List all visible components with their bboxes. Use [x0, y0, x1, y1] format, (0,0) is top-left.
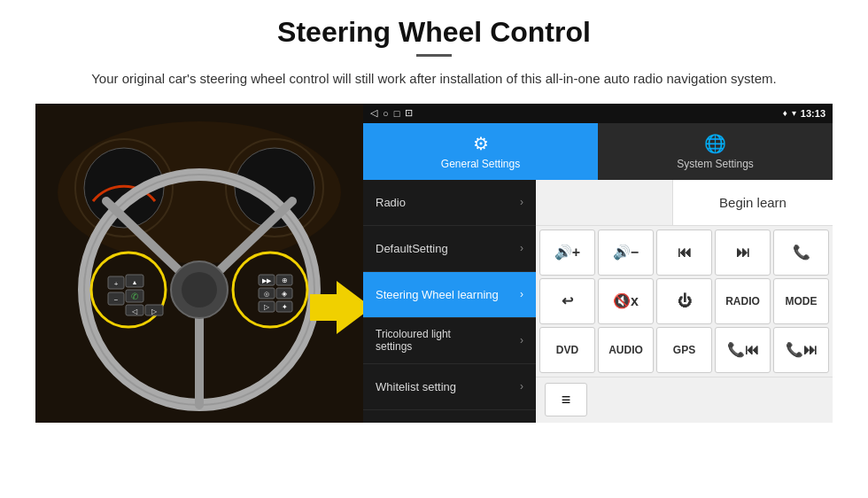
controls-grid: 🔊+ 🔊− ⏮ ⏭ 📞 — [536, 226, 833, 377]
title-divider — [416, 54, 452, 57]
prev-track-button[interactable]: ⏮ — [656, 230, 712, 276]
menu-item-tricoloured[interactable]: Tricoloured lightsettings › — [363, 318, 536, 364]
signal-icon: ▾ — [792, 108, 796, 118]
begin-learn-button[interactable]: Begin learn — [673, 180, 833, 225]
content-area: + − ▲ ✆ ◁ ▷ — [35, 104, 833, 423]
control-panel: Begin learn 🔊+ 🔊− — [536, 180, 833, 423]
svg-text:▲: ▲ — [132, 279, 138, 285]
svg-text:⊕: ⊕ — [282, 276, 288, 284]
next-track-icon: ⏭ — [736, 245, 750, 261]
vol-down-button[interactable]: 🔊− — [598, 230, 654, 276]
chevron-icon: › — [520, 196, 523, 208]
svg-text:▷: ▷ — [151, 307, 158, 315]
globe-icon: 🌐 — [704, 133, 726, 154]
tab-system[interactable]: 🌐 System Settings — [598, 123, 833, 180]
whitelist-row: ≡ — [536, 377, 833, 423]
mute-button[interactable]: 🔇x — [598, 278, 654, 324]
vol-up-button[interactable]: 🔊+ — [539, 230, 595, 276]
mode-button[interactable]: MODE — [773, 278, 829, 324]
mode-label: MODE — [786, 295, 818, 307]
android-ui: ◁ ○ □ ⊡ ♦ ▾ 13:13 ⚙ General Settings — [363, 104, 833, 423]
top-row: Begin learn — [536, 180, 833, 226]
whitelist-icon: ≡ — [562, 391, 571, 409]
back-icon[interactable]: ◁ — [370, 107, 377, 119]
gps-label: GPS — [673, 344, 695, 356]
status-time: 13:13 — [801, 108, 825, 119]
recent-icon[interactable]: □ — [394, 108, 400, 119]
menu-list: Radio › DefaultSetting › Steering Wheel … — [363, 180, 536, 423]
menu-area: Radio › DefaultSetting › Steering Wheel … — [363, 180, 833, 423]
menu-item-radio[interactable]: Radio › — [363, 180, 536, 226]
svg-text:◁: ◁ — [132, 307, 138, 315]
radio-button[interactable]: RADIO — [715, 278, 771, 324]
call-next-icon: 📞⏭ — [786, 341, 818, 358]
status-bar: ◁ ○ □ ⊡ ♦ ▾ 13:13 — [363, 104, 833, 123]
chevron-icon: › — [520, 334, 523, 346]
status-icons: ◁ ○ □ ⊡ — [370, 107, 413, 119]
ctrl-row-2: ↩ 🔇x ⏻ RADIO MO — [539, 278, 829, 324]
call-button[interactable]: 📞 — [773, 230, 829, 276]
call-next-button[interactable]: 📞⏭ — [773, 327, 829, 373]
call-prev-icon: 📞⏮ — [727, 341, 759, 358]
svg-point-12 — [182, 272, 217, 307]
dvd-button[interactable]: DVD — [539, 327, 595, 373]
vol-down-icon: 🔊− — [613, 244, 639, 261]
power-button[interactable]: ⏻ — [656, 278, 712, 324]
top-row-blank — [536, 180, 673, 225]
svg-text:▶▶: ▶▶ — [262, 277, 272, 284]
radio-label: RADIO — [725, 295, 760, 307]
gear-icon: ⚙ — [473, 133, 489, 154]
menu-item-defaultsetting-label: DefaultSetting — [376, 242, 448, 255]
chevron-icon: › — [520, 380, 523, 393]
dvd-label: DVD — [556, 344, 578, 356]
call-prev-button[interactable]: 📞⏮ — [715, 327, 771, 373]
gps-button[interactable]: GPS — [656, 327, 712, 373]
svg-text:▷: ▷ — [264, 303, 270, 311]
ctrl-row-3: DVD AUDIO GPS 📞⏮ — [539, 327, 829, 373]
whitelist-icon-button[interactable]: ≡ — [545, 383, 587, 416]
menu-item-radio-label: Radio — [376, 196, 406, 209]
home-icon[interactable]: ○ — [383, 108, 389, 119]
audio-button[interactable]: AUDIO — [598, 327, 654, 373]
svg-text:◈: ◈ — [282, 290, 288, 298]
ctrl-row-1: 🔊+ 🔊− ⏮ ⏭ 📞 — [539, 230, 829, 276]
phone-icon: 📞 — [793, 244, 810, 261]
prev-track-icon: ⏮ — [678, 245, 692, 261]
menu-item-whitelist[interactable]: Whitelist setting › — [363, 364, 536, 410]
page-subtitle: Your original car's steering wheel contr… — [35, 69, 833, 89]
power-icon: ⏻ — [678, 293, 692, 309]
chevron-icon: › — [520, 288, 523, 300]
tab-general[interactable]: ⚙ General Settings — [363, 123, 598, 180]
screenshot-icon[interactable]: ⊡ — [405, 107, 413, 119]
svg-text:+: + — [114, 280, 119, 288]
svg-text:✆: ✆ — [131, 292, 138, 301]
menu-item-defaultsetting[interactable]: DefaultSetting › — [363, 226, 536, 272]
steering-wheel-image: + − ▲ ✆ ◁ ▷ — [35, 104, 363, 423]
hang-up-button[interactable]: ↩ — [539, 278, 595, 324]
tab-system-label: System Settings — [677, 158, 754, 170]
next-track-button[interactable]: ⏭ — [715, 230, 771, 276]
gps-icon: ♦ — [783, 108, 787, 118]
chevron-icon: › — [520, 242, 523, 254]
vol-up-icon: 🔊+ — [554, 244, 580, 261]
svg-text:✦: ✦ — [282, 303, 288, 311]
audio-label: AUDIO — [608, 344, 643, 356]
tab-general-label: General Settings — [441, 158, 520, 170]
svg-text:−: − — [114, 296, 119, 304]
menu-item-tricoloured-label: Tricoloured lightsettings — [376, 328, 451, 353]
mute-icon: 🔇x — [613, 292, 639, 309]
menu-item-whitelist-label: Whitelist setting — [376, 380, 456, 393]
menu-item-steering[interactable]: Steering Wheel learning › — [363, 272, 536, 318]
hang-up-icon: ↩ — [562, 292, 573, 309]
menu-item-steering-label: Steering Wheel learning — [376, 288, 499, 301]
svg-text:◎: ◎ — [264, 291, 269, 297]
page-title: Steering Wheel Control — [35, 16, 833, 49]
top-tabs: ⚙ General Settings 🌐 System Settings — [363, 123, 833, 180]
